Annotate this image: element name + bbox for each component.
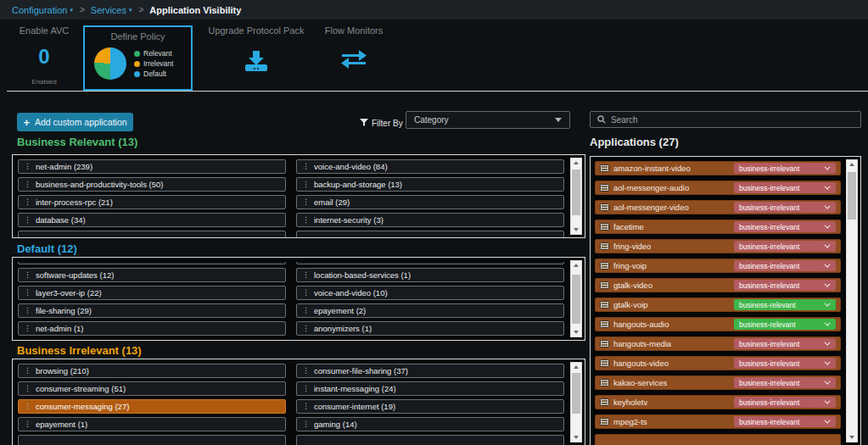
scroll-up-icon[interactable] bbox=[571, 261, 581, 270]
scrollbar-thumb[interactable] bbox=[848, 172, 856, 220]
category-item[interactable]: ⋮instant-messaging (24) bbox=[296, 381, 564, 396]
category-item[interactable]: ⋮file-sharing (29) bbox=[18, 303, 286, 318]
relevance-value: business-irrelevant bbox=[739, 340, 799, 348]
application-row[interactable]: hangouts-audiobusiness-relevant bbox=[595, 317, 841, 331]
application-row[interactable]: aol-messenger-audiobusiness-irrelevant bbox=[595, 181, 841, 195]
search-input[interactable] bbox=[611, 115, 854, 125]
category-item[interactable]: ⋮business-and-productivity-tools (50) bbox=[18, 177, 286, 192]
scrollbar-thumb[interactable] bbox=[572, 170, 580, 215]
category-item[interactable]: ⋮internet-security (3) bbox=[296, 213, 564, 227]
category-label: inter-process-rpc (21) bbox=[36, 197, 113, 207]
category-item[interactable]: ⋮layer3-over-ip (22) bbox=[18, 286, 286, 300]
scrollbar[interactable] bbox=[570, 260, 582, 337]
tab-enable-avc[interactable]: Enable AVC 0 Enabled bbox=[7, 25, 81, 86]
application-icon bbox=[600, 359, 609, 367]
relevance-dropdown[interactable]: business-irrelevant bbox=[734, 202, 836, 213]
scroll-down-icon[interactable] bbox=[571, 433, 581, 442]
tab-flow-monitors[interactable]: Flow Monitors bbox=[316, 25, 392, 73]
scroll-down-icon[interactable] bbox=[571, 225, 581, 234]
scrollbar[interactable] bbox=[570, 158, 582, 235]
application-name: gtalk-video bbox=[613, 281, 652, 290]
relevance-dropdown[interactable]: business-irrelevant bbox=[734, 358, 836, 369]
relevance-dropdown[interactable]: business-irrelevant bbox=[734, 241, 836, 252]
filter-category-dropdown[interactable]: Category bbox=[406, 111, 570, 129]
application-name: aol-messenger-video bbox=[613, 203, 689, 212]
enabled-caption: Enabled bbox=[7, 78, 81, 86]
scrollbar-thumb[interactable] bbox=[572, 275, 580, 324]
chevron-down-icon bbox=[825, 203, 831, 209]
application-row[interactable]: kakao-servicesbusiness-irrelevant bbox=[595, 375, 841, 390]
filter-icon bbox=[360, 115, 368, 131]
relevance-dropdown[interactable]: business-irrelevant bbox=[734, 163, 836, 174]
relevance-dropdown[interactable]: business-irrelevant bbox=[734, 338, 836, 349]
scroll-up-icon[interactable] bbox=[847, 160, 857, 169]
category-item[interactable]: ⋮voice-and-video (10) bbox=[296, 286, 564, 300]
relevance-value: business-irrelevant bbox=[739, 359, 799, 368]
application-row[interactable]: mpeg2-tsbusiness-irrelevant bbox=[595, 414, 841, 429]
category-item[interactable]: ⋮software-updates (12) bbox=[18, 268, 286, 282]
scroll-down-icon[interactable] bbox=[847, 433, 857, 442]
category-item-partial bbox=[18, 435, 286, 445]
scrollbar[interactable] bbox=[846, 159, 858, 442]
application-name: hangouts-media bbox=[613, 339, 671, 348]
category-item[interactable]: ⋮anonymizers (1) bbox=[296, 321, 564, 336]
application-row[interactable]: fring-videobusiness-irrelevant bbox=[595, 239, 841, 253]
breadcrumb-services[interactable]: Services bbox=[91, 5, 126, 15]
scrollbar[interactable] bbox=[570, 362, 582, 442]
applications-title: Applications (27) bbox=[590, 136, 679, 148]
category-label: internet-security (3) bbox=[314, 215, 384, 225]
category-label: location-based-services (1) bbox=[314, 270, 411, 280]
add-custom-application-button[interactable]: + Add custom application bbox=[17, 113, 133, 131]
category-item[interactable]: ⋮voice-and-video (84) bbox=[296, 159, 564, 174]
breadcrumb-configuration[interactable]: Configuration bbox=[12, 5, 67, 15]
swap-arrows-icon bbox=[316, 49, 392, 73]
relevance-dropdown[interactable]: business-irrelevant bbox=[734, 416, 836, 427]
category-item[interactable]: ⋮epayement (2) bbox=[296, 303, 564, 318]
category-item[interactable]: ⋮consumer-internet (19) bbox=[296, 399, 564, 414]
application-row[interactable]: fring-voipbusiness-irrelevant bbox=[595, 259, 841, 273]
category-label: browsing (210) bbox=[36, 366, 89, 375]
relevance-dropdown[interactable]: business-irrelevant bbox=[734, 397, 836, 408]
relevance-dropdown[interactable]: business-irrelevant bbox=[734, 377, 836, 388]
application-row[interactable]: gtalk-voipbusiness-relevant bbox=[595, 298, 841, 312]
tab-define-policy[interactable]: Define Policy Relevant Irrelevant Defaul… bbox=[83, 25, 193, 91]
relevance-dropdown[interactable]: business-irrelevant bbox=[734, 260, 836, 271]
application-row[interactable]: keyholetvbusiness-irrelevant bbox=[595, 395, 841, 409]
application-row[interactable]: amazon-instant-videobusiness-irrelevant bbox=[595, 161, 841, 175]
scroll-up-icon[interactable] bbox=[571, 363, 581, 371]
category-item[interactable]: ⋮consumer-streaming (51) bbox=[18, 381, 286, 396]
category-item[interactable]: ⋮database (34) bbox=[18, 213, 286, 227]
relevance-value: business-irrelevant bbox=[739, 418, 799, 426]
relevance-dropdown[interactable]: business-relevant bbox=[734, 299, 836, 310]
relevance-dropdown[interactable]: business-relevant bbox=[734, 319, 836, 330]
category-item[interactable]: ⋮inter-process-rpc (21) bbox=[18, 195, 286, 209]
relevance-dropdown[interactable]: business-irrelevant bbox=[734, 221, 836, 232]
category-label: epayement (2) bbox=[314, 306, 366, 315]
category-item[interactable]: ⋮backup-and-storage (13) bbox=[296, 177, 564, 192]
scroll-down-icon[interactable] bbox=[571, 328, 581, 337]
tab-upgrade-protocol-pack[interactable]: Upgrade Protocol Pack bbox=[206, 25, 306, 76]
application-row[interactable]: aol-messenger-videobusiness-irrelevant bbox=[595, 200, 841, 214]
application-row[interactable]: facetimebusiness-irrelevant bbox=[595, 220, 841, 234]
relevance-dropdown[interactable]: business-irrelevant bbox=[734, 280, 836, 291]
tab-label: Define Policy bbox=[85, 31, 191, 42]
relevance-dropdown[interactable]: business-irrelevant bbox=[734, 182, 836, 193]
application-name: fring-voip bbox=[613, 261, 647, 270]
category-item[interactable]: ⋮net-admin (239) bbox=[18, 159, 286, 174]
application-row[interactable]: gtalk-videobusiness-irrelevant bbox=[595, 278, 841, 292]
category-label: anonymizers (1) bbox=[314, 324, 372, 333]
category-item[interactable]: ⋮gaming (14) bbox=[296, 417, 564, 431]
category-item[interactable]: ⋮consumer-messaging (27) bbox=[18, 399, 286, 414]
category-item[interactable]: ⋮net-admin (1) bbox=[18, 321, 286, 336]
category-item[interactable]: ⋮location-based-services (1) bbox=[296, 268, 564, 282]
application-row[interactable]: hangouts-mediabusiness-irrelevant bbox=[595, 337, 841, 351]
application-row[interactable]: hangouts-videobusiness-irrelevant bbox=[595, 356, 841, 370]
category-item[interactable]: ⋮consumer-file-sharing (37) bbox=[296, 364, 564, 378]
application-icon bbox=[600, 301, 609, 309]
category-item[interactable]: ⋮browsing (210) bbox=[18, 364, 286, 378]
scrollbar-thumb[interactable] bbox=[572, 373, 580, 414]
drag-handle-icon: ⋮ bbox=[24, 216, 31, 224]
category-item[interactable]: ⋮email (29) bbox=[296, 195, 564, 209]
scroll-up-icon[interactable] bbox=[571, 159, 581, 167]
category-item[interactable]: ⋮epayement (1) bbox=[18, 417, 286, 431]
